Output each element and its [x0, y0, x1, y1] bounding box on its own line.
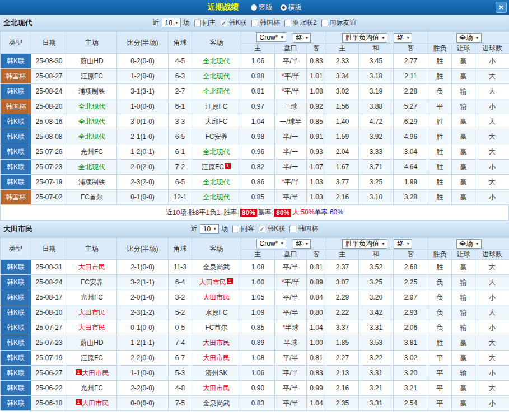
avg-draw: 3.88 — [359, 99, 394, 114]
league-cell: 韩K联 — [1, 320, 31, 335]
radio-vertical-icon[interactable] — [251, 4, 257, 11]
results-table: 类型 日期 主场 比分(半场) 角球 客场 Crow*▼ 终▼ 胜平负均值▼ 终… — [0, 237, 509, 411]
team-name: 江原FC — [206, 102, 228, 110]
match-row: 韩K联25-08-10大田市民2-3(1-2)5-2水原FC1.09平/半0.8… — [1, 305, 509, 320]
league-cell: 韩K联 — [1, 260, 31, 275]
checkbox-checked-icon[interactable]: ✓ — [259, 226, 265, 232]
col-date: 日期 — [31, 238, 67, 260]
result-handicap: 输 — [452, 84, 475, 99]
filter-checkbox[interactable]: 同主 — [194, 18, 216, 27]
rate-badge: 80% — [240, 209, 257, 217]
date-cell: 25-06-18 — [31, 396, 67, 411]
result-handicap: 赢 — [452, 396, 475, 411]
avg-home: 2.13 — [326, 366, 359, 381]
odds-away: 0.89 — [307, 275, 326, 290]
checkbox-icon[interactable] — [194, 20, 201, 26]
avg-away: 2.93 — [394, 305, 428, 320]
result-wdl: 胜 — [428, 144, 452, 160]
result-handicap: 赢 — [452, 351, 475, 366]
score-cell: 2-1(0-0) — [117, 260, 169, 275]
odds-home: 0.97 — [241, 99, 275, 114]
result-wdl: 胜 — [428, 54, 452, 69]
away-team-cell: 大田市民 — [192, 381, 241, 396]
summary-text: 10 — [172, 209, 180, 217]
avg-dropdown[interactable]: 胜平负均值▼ — [342, 33, 387, 43]
filter-checkbox[interactable]: 韩国杯 — [251, 18, 280, 27]
away-team-cell: 全北现代 — [192, 54, 241, 69]
filter-checkbox[interactable]: 同客 — [232, 224, 254, 234]
odds-line: 平/半 — [275, 290, 307, 305]
filter-checkbox[interactable]: 韩国杯 — [289, 224, 318, 234]
checkbox-icon[interactable] — [251, 20, 258, 26]
scope-dropdown[interactable]: 全场▼ — [456, 239, 482, 249]
checkbox-checked-icon[interactable]: ✓ — [221, 20, 227, 26]
result-handicap: 输 — [452, 275, 475, 290]
odds-line: 平/半 — [275, 396, 307, 411]
filter-checkbox[interactable]: 国际友谊 — [321, 18, 357, 27]
bookmaker-dropdown[interactable]: Crow*▼ — [256, 239, 287, 248]
league-cell: 韩国杯 — [1, 99, 31, 114]
radio-vertical-label[interactable]: 竖版 — [259, 3, 272, 11]
corner-cell: 7-4 — [169, 335, 192, 351]
bookmaker-dropdown[interactable]: Crow*▼ — [256, 32, 287, 42]
odds-away: 0.92 — [307, 99, 326, 114]
avg-stage-dropdown[interactable]: 终▼ — [394, 33, 412, 43]
dropdown-value: 终 — [296, 239, 303, 249]
match-count-dropdown[interactable]: 10▼ — [200, 224, 219, 234]
date-cell: 25-08-24 — [31, 84, 67, 99]
filter-games-label: 场 — [183, 18, 190, 27]
avg-draw: 3.31 — [359, 396, 394, 411]
filter-checkbox[interactable]: ✓韩K联 — [221, 18, 247, 27]
match-row: 韩K联25-07-27大田市民0-1(0-0)0-5FC首尔0.85*半球1.0… — [1, 320, 509, 335]
home-team-cell: 蔚山HD — [67, 54, 117, 69]
checkbox-icon[interactable] — [284, 20, 291, 26]
team-name: 大田市民 — [203, 384, 230, 392]
avg-away: 3.81 — [394, 335, 428, 351]
odds-line: 一/球半 — [275, 114, 307, 129]
result-wdl: 负 — [428, 290, 452, 305]
home-team-cell: 1大田市民 — [67, 396, 117, 411]
league-cell: 韩K联 — [1, 175, 31, 190]
home-team-cell: 浦项制铁 — [67, 175, 117, 190]
corner-cell: 6-5 — [169, 175, 192, 190]
scope-dropdown[interactable]: 全场▼ — [456, 33, 482, 43]
checkbox-label: 国际友谊 — [330, 18, 357, 27]
col-avg-away: 客 — [394, 250, 428, 260]
score-cell: 1-0(0-0) — [117, 99, 169, 114]
avg-draw: 3.22 — [359, 351, 394, 366]
result-goals: 大 — [475, 84, 509, 99]
col-avg-home: 主 — [326, 250, 359, 260]
checkbox-icon[interactable] — [289, 226, 296, 232]
result-handicap: 输 — [452, 305, 475, 320]
odds-line: 平/半 — [275, 381, 307, 396]
dropdown-value: 终 — [296, 33, 303, 43]
corner-cell: 3-2 — [169, 290, 192, 305]
filter-checkbox[interactable]: 亚冠联2 — [284, 18, 317, 27]
avg-home: 3.02 — [326, 84, 359, 99]
home-team-cell: 江原FC — [67, 351, 117, 366]
odds-line: 平/半 — [275, 351, 307, 366]
home-team-cell: 光州FC — [67, 290, 117, 305]
close-icon[interactable]: × — [496, 2, 507, 13]
radio-horizontal-label[interactable]: 横版 — [288, 3, 302, 11]
odds-stage-dropdown[interactable]: 终▼ — [293, 239, 311, 249]
away-give-star: * — [282, 72, 284, 80]
odds-away: 0.81 — [307, 351, 326, 366]
radio-horizontal-icon[interactable] — [281, 4, 287, 11]
avg-draw: 3.71 — [359, 160, 394, 175]
checkbox-icon[interactable] — [321, 20, 328, 26]
results-table: 类型 日期 主场 比分(半场) 角球 客场 Crow*▼ 终▼ 胜平负均值▼ 终… — [0, 31, 509, 205]
avg-stage-dropdown[interactable]: 终▼ — [394, 239, 412, 249]
col-odds-home: 主 — [241, 44, 275, 54]
home-team-cell: 全北现代 — [67, 99, 117, 114]
filter-checkbox[interactable]: ✓韩K联 — [259, 224, 285, 234]
avg-away: 3.21 — [394, 381, 428, 396]
odds-stage-dropdown[interactable]: 终▼ — [293, 33, 311, 43]
dropdown-value: 全场 — [460, 239, 473, 249]
avg-dropdown[interactable]: 胜平负均值▼ — [342, 239, 387, 249]
match-count-dropdown[interactable]: 10▼ — [162, 18, 181, 27]
match-row: 韩K联25-08-17光州FC2-0(1-0)3-2大田市民1.05平/半0.8… — [1, 290, 509, 305]
league-cell: 韩K联 — [1, 160, 31, 175]
odds-line: *平/半 — [275, 275, 307, 290]
checkbox-icon[interactable] — [232, 226, 239, 232]
